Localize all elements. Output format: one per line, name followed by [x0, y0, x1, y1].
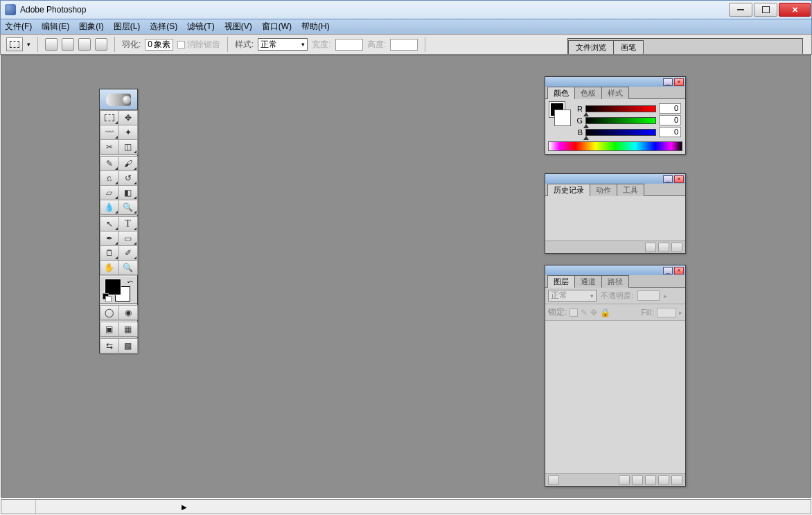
selection-new-icon[interactable]: [45, 38, 58, 51]
tool-notes[interactable]: 🗒: [100, 245, 119, 261]
menu-view[interactable]: 视图(V): [224, 21, 252, 33]
style-label: 样式:: [235, 39, 254, 51]
tool-zoom[interactable]: 🔍: [118, 260, 138, 275]
layer-list: [545, 321, 685, 473]
g-value[interactable]: 0: [659, 115, 681, 125]
tool-quickmask-on[interactable]: ◉: [118, 305, 138, 320]
panel-close-icon[interactable]: ×: [674, 267, 684, 274]
panel-close-icon[interactable]: ×: [674, 78, 684, 86]
tool-wand[interactable]: ✦: [118, 125, 138, 140]
b-value[interactable]: 0: [659, 127, 681, 137]
selection-intersect-icon[interactable]: [95, 38, 107, 51]
tab-paths[interactable]: 路径: [601, 275, 629, 288]
tool-crop[interactable]: ✂: [100, 139, 119, 155]
tool-healing[interactable]: ✎: [100, 156, 119, 171]
swap-colors-icon[interactable]: ⤺: [127, 278, 133, 286]
dock-tab-brushes[interactable]: 画笔: [613, 40, 644, 54]
tool-shape[interactable]: ▭: [118, 231, 138, 246]
new-set-icon[interactable]: [632, 475, 643, 485]
layers-panel: _ × 图层 通道 路径 正常 不透明度: ▸ 锁定: ✎ ✥ 🔒 Fill: …: [545, 265, 686, 487]
screen-mode-full[interactable]: ▩: [118, 338, 138, 353]
tool-pen[interactable]: ✒: [100, 231, 119, 246]
toolbox-header[interactable]: [100, 89, 137, 110]
new-snapshot-icon[interactable]: [645, 243, 656, 252]
r-slider[interactable]: [585, 105, 656, 112]
menu-window[interactable]: 窗口(W): [262, 21, 292, 33]
panel-bg-swatch[interactable]: [555, 110, 570, 125]
tool-path-select[interactable]: ↖: [100, 216, 119, 232]
panel-close-icon[interactable]: ×: [674, 175, 684, 183]
width-input: [335, 39, 363, 51]
status-menu-arrow-icon[interactable]: ▶: [182, 503, 187, 511]
r-value[interactable]: 0: [659, 103, 681, 114]
r-label: R: [574, 105, 583, 113]
menu-filter[interactable]: 滤镜(T): [187, 21, 214, 33]
color-panel: _ × 颜色 色板 样式 R 0 G 0: [545, 76, 686, 155]
default-colors-icon[interactable]: [103, 293, 111, 302]
delete-layer-icon[interactable]: [671, 475, 682, 485]
color-spectrum[interactable]: [548, 141, 682, 151]
tool-slice[interactable]: ◫: [118, 139, 138, 155]
tool-type[interactable]: T: [118, 216, 138, 232]
opacity-arrow-icon: ▸: [664, 293, 667, 299]
app-icon: [5, 4, 16, 15]
tool-gradient[interactable]: ◧: [118, 185, 138, 200]
tool-blur[interactable]: 💧: [100, 200, 119, 215]
tab-channels[interactable]: 通道: [574, 275, 602, 288]
menu-help[interactable]: 帮助(H): [301, 21, 330, 33]
panel-minimize-icon[interactable]: _: [663, 267, 673, 274]
g-slider[interactable]: [585, 117, 656, 124]
new-layer-icon[interactable]: [658, 475, 669, 485]
color-swatches-zone: ⤺: [100, 277, 137, 303]
tab-actions[interactable]: 动作: [590, 184, 617, 196]
selection-add-icon[interactable]: [62, 38, 74, 51]
width-label: 宽度:: [312, 39, 330, 51]
jump-to-imageready[interactable]: ⇆: [100, 338, 119, 353]
tool-history-brush[interactable]: ↺: [118, 171, 138, 186]
delete-icon[interactable]: [671, 243, 682, 252]
feather-unit: 象素: [154, 39, 170, 51]
close-button[interactable]: [779, 3, 811, 17]
menu-select[interactable]: 选择(S): [150, 21, 177, 33]
panel-minimize-icon[interactable]: _: [663, 175, 673, 183]
tool-stamp[interactable]: ⎌: [100, 171, 119, 186]
menu-edit[interactable]: 编辑(E): [42, 21, 69, 33]
selection-subtract-icon[interactable]: [78, 38, 91, 51]
screen-mode-full-menu[interactable]: ▦: [118, 322, 138, 337]
adjustment-layer-icon[interactable]: [645, 475, 656, 485]
menu-file[interactable]: 文件(F): [5, 21, 32, 33]
tool-eyedropper[interactable]: ✐: [118, 245, 138, 261]
style-select[interactable]: 正常: [258, 38, 308, 51]
menu-image[interactable]: 图象(I): [79, 21, 103, 33]
maximize-button[interactable]: [754, 3, 777, 17]
tool-lasso[interactable]: 〰: [100, 125, 119, 140]
tab-tools[interactable]: 工具: [617, 184, 644, 196]
dock-tab-filebrowser[interactable]: 文件浏览: [568, 40, 614, 54]
tab-styles[interactable]: 样式: [601, 87, 629, 99]
tool-marquee[interactable]: [100, 110, 119, 125]
menu-bar: 文件(F) 编辑(E) 图象(I) 图层(L) 选择(S) 滤镜(T) 视图(V…: [0, 19, 812, 34]
window-controls: [728, 3, 811, 17]
panel-minimize-icon[interactable]: _: [663, 78, 673, 86]
tab-history[interactable]: 历史记录: [547, 184, 590, 196]
tool-brush[interactable]: 🖌: [118, 156, 138, 171]
new-document-icon[interactable]: [658, 243, 669, 252]
minimize-button[interactable]: [729, 3, 752, 17]
current-tool-indicator[interactable]: [6, 37, 23, 51]
tool-hand[interactable]: ✋: [100, 260, 119, 275]
layer-lock-row: 锁定: ✎ ✥ 🔒 Fill: ▸: [545, 304, 685, 321]
tool-eraser[interactable]: ▱: [100, 185, 119, 200]
tab-layers[interactable]: 图层: [547, 275, 575, 288]
tab-color[interactable]: 颜色: [547, 87, 575, 99]
menu-layer[interactable]: 图层(L): [114, 21, 141, 33]
layer-style-icon[interactable]: [548, 475, 559, 485]
tool-quickmask-off[interactable]: ◯: [100, 305, 119, 320]
screen-mode-standard[interactable]: ▣: [100, 322, 119, 337]
b-slider[interactable]: [585, 129, 656, 136]
foreground-color-swatch[interactable]: [105, 279, 121, 295]
layer-mask-icon[interactable]: [619, 475, 630, 485]
tool-move[interactable]: ✥: [118, 110, 138, 125]
feather-value[interactable]: 0: [148, 40, 152, 49]
tool-dodge[interactable]: 🔍: [118, 200, 138, 215]
tab-swatches[interactable]: 色板: [574, 87, 602, 99]
